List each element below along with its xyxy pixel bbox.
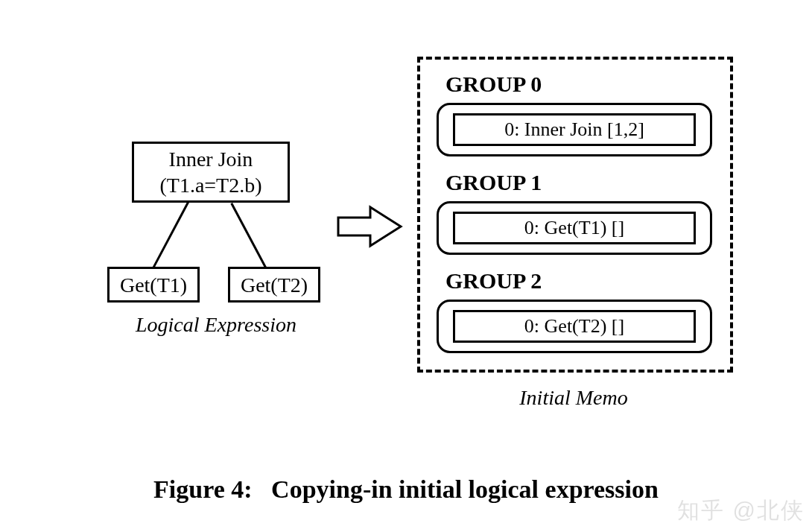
initial-memo-label: Initial Memo bbox=[462, 386, 685, 410]
diagram-canvas: Inner Join (T1.a=T2.b) Get(T1) Get(T2) L… bbox=[0, 0, 812, 532]
tree-edge-left bbox=[149, 202, 189, 276]
group-2-expr: 0: Get(T2) [] bbox=[524, 315, 624, 338]
root-line1: Inner Join bbox=[169, 146, 253, 172]
tree-right-leaf: Get(T2) bbox=[228, 267, 320, 303]
root-line2: (T1.a=T2.b) bbox=[159, 172, 261, 198]
watermark: 知乎 @北侠 bbox=[677, 495, 805, 526]
tree-left-text: Get(T1) bbox=[120, 272, 187, 298]
group-2-expr-box: 0: Get(T2) [] bbox=[453, 310, 696, 343]
tree-edge-right bbox=[230, 203, 270, 276]
group-1-expr: 0: Get(T1) [] bbox=[524, 217, 624, 239]
group-0-expr: 0: Inner Join [1,2] bbox=[504, 118, 644, 141]
caption-text: Copying-in initial logical expression bbox=[271, 475, 659, 503]
group-0-expr-box: 0: Inner Join [1,2] bbox=[453, 113, 696, 146]
tree-left-leaf: Get(T1) bbox=[107, 267, 200, 303]
group-0-title: GROUP 0 bbox=[445, 72, 542, 97]
logical-expression-label: Logical Expression bbox=[112, 313, 320, 337]
transform-arrow-icon bbox=[337, 204, 404, 249]
group-1-title: GROUP 1 bbox=[445, 170, 542, 195]
caption-prefix: Figure 4: bbox=[153, 475, 253, 503]
tree-root-node: Inner Join (T1.a=T2.b) bbox=[132, 142, 290, 203]
group-1-expr-box: 0: Get(T1) [] bbox=[453, 212, 696, 244]
group-2-title: GROUP 2 bbox=[445, 268, 542, 294]
svg-marker-0 bbox=[338, 207, 401, 246]
tree-right-text: Get(T2) bbox=[241, 272, 308, 298]
